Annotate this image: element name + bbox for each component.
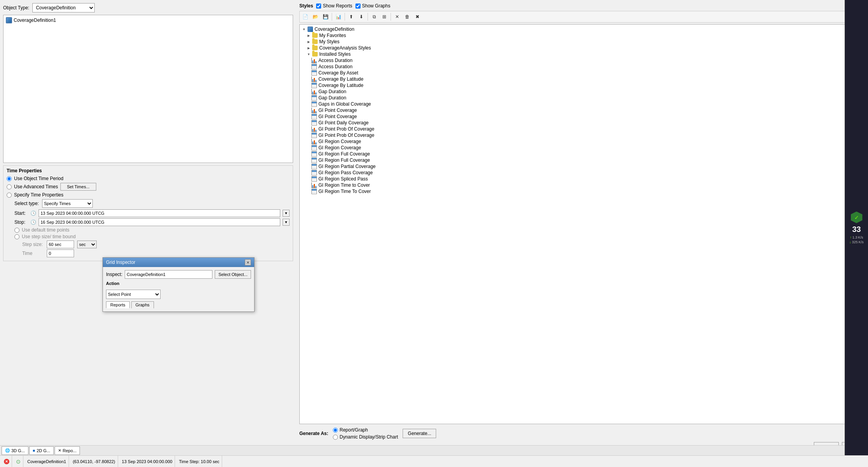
tree-item-coverage-by-asset[interactable]: Coverage By Asset bbox=[311, 70, 863, 76]
gi-region-spliced-label: GI Region Spliced Pass bbox=[318, 176, 368, 182]
show-reports-label[interactable]: Show Reports bbox=[316, 3, 352, 9]
installed-styles-folder-icon bbox=[312, 52, 318, 57]
use-advanced-radio[interactable] bbox=[7, 184, 12, 189]
tree-item-access-duration-chart[interactable]: Access Duration bbox=[311, 57, 863, 64]
inspect-input[interactable] bbox=[125, 270, 212, 279]
tree-item-gi-point-daily[interactable]: GI Point Daily Coverage bbox=[311, 120, 863, 126]
gaps-global-label: Gaps in Global Coverage bbox=[318, 101, 371, 107]
copy1-button[interactable]: ⧉ bbox=[369, 12, 379, 21]
use-object-radio[interactable] bbox=[7, 176, 12, 181]
copy2-button[interactable]: ⊞ bbox=[380, 12, 389, 21]
tree-item-gi-region-full-2[interactable]: GI Region Full Coverage bbox=[311, 157, 863, 163]
gap-duration-chart-icon bbox=[311, 89, 317, 94]
download-unit: K/s bbox=[859, 240, 864, 244]
tree-item-access-duration-report[interactable]: Access Duration bbox=[311, 64, 863, 70]
tree-root-item[interactable]: ▼ CoverageDefinition bbox=[301, 26, 863, 32]
start-time-input[interactable] bbox=[39, 209, 280, 217]
dialog-tabs: Reports Graphs bbox=[106, 301, 251, 308]
dynamic-display-label: Dynamic Display/Strip Chart bbox=[339, 434, 398, 440]
gi-region-full-1-icon bbox=[311, 151, 317, 157]
object-type-select[interactable]: CoverageDefinition bbox=[32, 3, 95, 12]
reports-tab[interactable]: Reports bbox=[106, 301, 130, 308]
tree-item-gaps-global[interactable]: Gaps in Global Coverage bbox=[311, 101, 863, 107]
favorites-folder-icon bbox=[312, 33, 318, 38]
generate-button[interactable]: Generate... bbox=[403, 429, 436, 438]
save-button[interactable]: 💾 bbox=[321, 12, 330, 21]
installed-styles-label: Installed Styles bbox=[319, 51, 351, 57]
tree-item-coverage-by-lat-chart[interactable]: Coverage By Latitude bbox=[311, 76, 863, 82]
open-button[interactable]: 📂 bbox=[311, 12, 320, 21]
report-graph-option[interactable]: Report/Graph bbox=[333, 427, 398, 433]
tree-item-installed-styles[interactable]: ▼ Installed Styles bbox=[306, 51, 863, 57]
export1-button[interactable]: ⬆ bbox=[346, 12, 356, 21]
step-size-unit-select[interactable]: sec bbox=[77, 241, 97, 248]
dynamic-display-radio[interactable] bbox=[333, 435, 338, 440]
tree-item-gi-region-time-chart[interactable]: GI Region Time to Cover bbox=[311, 182, 863, 188]
tree-item-gi-region-partial[interactable]: GI Region Partial Coverage bbox=[311, 163, 863, 170]
taskbar-item-report[interactable]: ✕ Repo... bbox=[55, 446, 80, 455]
show-reports-checkbox[interactable] bbox=[316, 4, 321, 9]
network-speed: ↑ 1.3 K/s ↓ 325 K/s bbox=[849, 235, 864, 244]
gi-point-prob-report-icon bbox=[311, 133, 317, 138]
tree-item-gi-region-coverage-chart[interactable]: GI Region Coverage bbox=[311, 138, 863, 145]
error-segment: ✕ bbox=[2, 456, 12, 467]
root-label: CoverageDefinition bbox=[315, 27, 354, 32]
tree-item-gi-region-time-report[interactable]: GI Region Time To Cover bbox=[311, 188, 863, 195]
taskbar-item-2d[interactable]: ■ 2D G... bbox=[29, 446, 54, 455]
delete1-button[interactable]: ✕ bbox=[392, 12, 402, 21]
coverage-definition-tree-item[interactable]: CoverageDefinition1 bbox=[5, 17, 291, 24]
taskbar-item-3d[interactable]: 🌐 3D G... bbox=[2, 446, 28, 455]
use-step-radio[interactable] bbox=[14, 234, 19, 239]
root-expand-icon: ▼ bbox=[302, 27, 306, 31]
start-clock-icon: 🕓 bbox=[30, 211, 36, 216]
dialog-close-button[interactable]: ✕ bbox=[245, 259, 251, 265]
tree-item-gap-duration-chart[interactable]: Gap Duration bbox=[311, 88, 863, 95]
stop-time-input[interactable] bbox=[39, 218, 280, 226]
gi-region-spliced-icon bbox=[311, 176, 317, 182]
show-graphs-checkbox[interactable] bbox=[355, 4, 361, 9]
tree-item-coverage-analysis-styles[interactable]: ▶ CoverageAnalysis Styles bbox=[306, 45, 863, 51]
tree-item-my-styles[interactable]: ▶ My Styles bbox=[306, 39, 863, 45]
set-times-button[interactable]: Set Times... bbox=[60, 183, 96, 191]
gi-region-partial-icon bbox=[311, 164, 317, 169]
show-graphs-label[interactable]: Show Graphs bbox=[355, 3, 391, 9]
start-time-btn[interactable]: ▼ bbox=[283, 210, 290, 217]
status-coordinates: (63.04110, -97.80822) bbox=[73, 459, 115, 464]
graphs-tab[interactable]: Graphs bbox=[131, 301, 154, 308]
tree-item-coverage-by-lat-report[interactable]: Coverage By Latitude bbox=[311, 82, 863, 88]
gi-point-coverage-chart-label: GI Point Coverage bbox=[318, 108, 357, 113]
tree-item-gap-duration-report[interactable]: Gap Duration bbox=[311, 95, 863, 101]
tree-item-gi-point-coverage-chart[interactable]: GI Point Coverage bbox=[311, 107, 863, 113]
left-panel: Object Type: CoverageDefinition Coverage… bbox=[0, 0, 296, 455]
stop-time-btn[interactable]: ▼ bbox=[283, 219, 290, 226]
use-step-label: Use step size/ time bound bbox=[22, 234, 76, 239]
tree-item-gi-region-pass[interactable]: GI Region Pass Coverage bbox=[311, 170, 863, 176]
coverage-by-lat-chart-label: Coverage By Latitude bbox=[318, 76, 363, 82]
delete2-button[interactable]: 🗑 bbox=[403, 12, 412, 21]
select-type-select[interactable]: Specify Times bbox=[42, 199, 93, 208]
tree-item-my-favorites[interactable]: ▶ My Favorites bbox=[306, 32, 863, 39]
tree-item-gi-point-prob-report[interactable]: GI Point Prob Of Coverage bbox=[311, 132, 863, 138]
time-input-field[interactable] bbox=[47, 249, 74, 257]
coordinates-segment: (63.04110, -97.80822) bbox=[71, 456, 118, 467]
chart-button[interactable]: 📊 bbox=[334, 12, 343, 21]
dynamic-display-option[interactable]: Dynamic Display/Strip Chart bbox=[333, 434, 398, 440]
action-select[interactable]: Select Point Get Info Inspect Region bbox=[106, 290, 161, 299]
step-size-input[interactable] bbox=[47, 241, 74, 248]
toolbar-sep-4 bbox=[391, 13, 391, 21]
close-toolbar-button[interactable]: ✖ bbox=[413, 12, 422, 21]
tree-item-gi-region-full-1[interactable]: GI Region Full Coverage bbox=[311, 151, 863, 157]
dialog-title: Grid Inspector bbox=[106, 260, 135, 265]
tree-item-gi-region-coverage-report[interactable]: GI Region Coverage bbox=[311, 145, 863, 151]
tree-item-gi-point-coverage-report[interactable]: GI Point Coverage bbox=[311, 113, 863, 120]
gi-region-coverage-report-icon bbox=[311, 145, 317, 150]
download-speed: ↓ 325 K/s bbox=[849, 240, 864, 244]
export2-button[interactable]: ⬇ bbox=[357, 12, 366, 21]
tree-item-gi-point-prob-chart[interactable]: GI Point Prob Of Coverage bbox=[311, 126, 863, 132]
use-default-radio[interactable] bbox=[14, 228, 19, 233]
new-button[interactable]: 📄 bbox=[301, 12, 310, 21]
report-graph-radio[interactable] bbox=[333, 428, 338, 433]
tree-item-gi-region-spliced[interactable]: GI Region Spliced Pass bbox=[311, 176, 863, 182]
specify-time-radio[interactable] bbox=[7, 193, 12, 198]
select-object-button[interactable]: Select Object... bbox=[215, 270, 251, 279]
